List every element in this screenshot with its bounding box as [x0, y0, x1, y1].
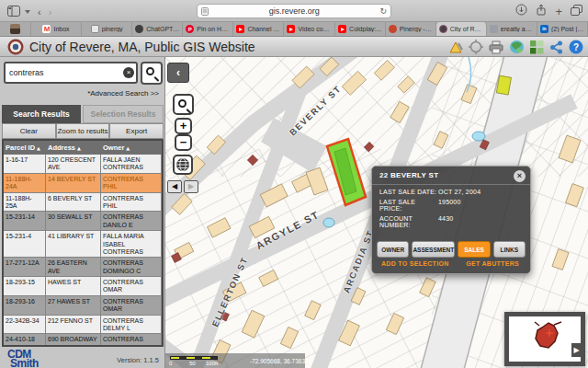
address-cell: 120 CRESCENT AVE [46, 155, 101, 173]
browser-tab[interactable]: in(2) Post | F... [537, 22, 588, 36]
zoom-in-button[interactable]: + [175, 118, 192, 134]
site-icon [201, 3, 209, 19]
tab-search-results[interactable]: Search Results [2, 105, 81, 123]
results-table-body: 1-16-17120 CRESCENT AVEFALLA JAEN CONTRE… [4, 155, 162, 347]
parcel-id-cell: 17-271-12A [4, 258, 46, 276]
results-table: Parcel ID▲ Address▲ Owner▲ 1-16-17120 CR… [2, 139, 164, 347]
search-button[interactable] [141, 62, 163, 85]
column-header-address[interactable]: Address▲ [46, 144, 101, 152]
popup-field-row: LAST SALE DATE:OCT 27, 2004 [379, 189, 525, 195]
field-value: 195000 [438, 199, 461, 212]
browser-tab[interactable]: City of Rev... [436, 22, 487, 36]
address-bar[interactable]: gis.revere.org ↻ [197, 4, 391, 18]
column-header-owner[interactable]: Owner▲ [101, 144, 162, 152]
address-cell: 41 LIBRARY ST [46, 231, 101, 257]
get-abutters-link[interactable]: GET ABUTTERS [466, 260, 519, 267]
legend-tool-icon[interactable] [530, 40, 544, 54]
browser-tab[interactable]: PPin on Hou... [183, 22, 233, 36]
zoom-to-results-button[interactable]: Zoom to results [56, 123, 110, 139]
result-row[interactable]: 15-231-441 LIBRARY STFALLA MARIA ISABEL … [4, 231, 162, 258]
popup-tab-assessment[interactable]: ASSESSMENT [412, 241, 455, 258]
owner-cell: FALLA MARIA ISABEL CONTRERAS [101, 231, 162, 257]
result-row[interactable]: 18-293-15HAWES STCONTRERAS OMAR [4, 277, 162, 296]
result-row[interactable]: 11-188H-24A14 BEVERLY STCONTRERAS PHIL [4, 174, 162, 193]
forward-button[interactable]: › [49, 6, 52, 18]
basemap-tool-icon[interactable] [509, 40, 525, 54]
address-cell: 27 HAWES ST [46, 296, 101, 315]
share-icon[interactable] [536, 3, 547, 19]
tab-overview-icon[interactable] [571, 3, 582, 19]
tab-selection-results[interactable]: Selection Results [83, 105, 164, 123]
collapse-panel-button[interactable]: ‹ [167, 63, 189, 83]
overview-map-shape [509, 316, 581, 362]
gis-header: City of Revere, MA, Public GIS Website ? [0, 37, 588, 57]
map-viewport[interactable]: BEVERLY ST ARGYLE ST ARCADIA ST ELLERTON… [165, 57, 588, 368]
result-row[interactable]: 1-16-17120 CRESCENT AVEFALLA JAEN CONTRE… [4, 155, 162, 174]
scale-bar-graphic [170, 356, 218, 360]
export-button[interactable]: Export [109, 123, 164, 139]
popup-tab-owner[interactable]: OWNER [377, 241, 409, 258]
sidebar-menu-caret-icon[interactable] [25, 10, 30, 14]
result-row[interactable]: 17-271-12A26 EASTERN AVECONTRERAS DOMING… [4, 258, 162, 277]
tab-title: erealty adv... [501, 26, 534, 32]
previous-extent-button[interactable]: ◀ [167, 180, 182, 193]
popup-close-icon[interactable]: × [514, 170, 526, 182]
zoom-out-button[interactable]: − [175, 134, 192, 151]
next-extent-button[interactable]: ▶ [184, 180, 198, 193]
add-to-selection-link[interactable]: ADD TO SELECTION [381, 260, 449, 267]
owner-cell: CONTRERAS OMAR [101, 277, 162, 295]
clear-button[interactable]: Clear [2, 123, 56, 139]
popup-tab-links[interactable]: LINKS [493, 241, 526, 258]
address-cell: 6 BEVERLY ST [46, 193, 101, 212]
help-tool-icon[interactable]: ? [569, 40, 583, 54]
result-row[interactable]: 18-293-1627 HAWES STCONTRERAS OMAR [4, 296, 162, 316]
address-cell: 212 FENNO ST [46, 316, 101, 334]
parcel-id-cell: 15-231-4 [4, 231, 46, 257]
chatgpt-favicon-icon [135, 25, 143, 33]
advanced-search-link[interactable]: *Advanced Search >> [87, 89, 159, 98]
browser-tab[interactable]: ChatGPT -... [132, 22, 183, 36]
reload-icon[interactable]: ↻ [379, 6, 387, 16]
downloads-icon[interactable] [515, 3, 527, 19]
tab-title: Pinergy - S... [400, 26, 433, 32]
field-value: OCT 27, 2004 [438, 189, 481, 195]
svg-text:?: ? [573, 42, 579, 52]
browser-tab[interactable]: Channel c... [233, 22, 284, 36]
browser-tab[interactable] [0, 22, 31, 36]
result-row[interactable]: 22-342B-34212 FENNO STCONTRERAS DELMY L [4, 316, 162, 335]
overview-map-inset[interactable]: ▶ [504, 312, 585, 366]
tab-title: Pin on Hou... [197, 26, 230, 32]
popup-tab-sales[interactable]: SALES [458, 241, 490, 258]
search-input[interactable] [4, 62, 138, 84]
result-row[interactable]: 11-188H-25A6 BEVERLY STCONTRERAS PHIL [4, 193, 162, 213]
browser-tab[interactable]: pinergy [82, 22, 132, 36]
inset-expand-icon[interactable]: ▶ [571, 343, 582, 357]
version-label: Version: 1.1.5 [117, 356, 159, 364]
print-tool-icon[interactable] [489, 40, 503, 54]
new-tab-icon[interactable]: + [555, 6, 562, 17]
scale-tick: 100ft [206, 361, 218, 366]
clear-search-icon[interactable]: × [123, 67, 134, 78]
browser-tab[interactable]: Coldplay:... [335, 22, 386, 36]
measure-tool-icon[interactable] [448, 40, 463, 54]
page-title: City of Revere, MA, Public GIS Website [29, 40, 255, 54]
column-header-parcel[interactable]: Parcel ID▲ [4, 144, 46, 152]
result-row[interactable]: 24-410-18690 BROADWAYCONTRERAS EDWIN A [4, 334, 162, 347]
scale-tick: 50 [189, 361, 196, 366]
browser-tab[interactable]: Video com... [284, 22, 334, 36]
browser-tab[interactable]: MInbox [31, 22, 82, 36]
youtube-favicon-icon [338, 25, 346, 33]
browser-tab[interactable]: Pinergy - S... [386, 22, 436, 36]
linkedin-favicon-icon: in [540, 25, 548, 33]
locate-tool-icon[interactable] [469, 40, 483, 54]
result-row[interactable]: 15-231-1430 SEWALL STCONTRERAS DANILO E [4, 212, 162, 231]
zoom-window-button[interactable] [173, 94, 194, 115]
parcel-id-cell: 18-293-16 [4, 296, 46, 315]
full-extent-button[interactable] [173, 155, 193, 175]
tab-bar: MInboxpinergyChatGPT -...PPin on Hou...C… [0, 22, 588, 37]
magnifier-icon [146, 67, 154, 75]
sidebar-toggle-icon[interactable] [7, 4, 20, 20]
share-map-tool-icon[interactable] [549, 40, 563, 54]
back-button[interactable]: ‹ [38, 6, 41, 18]
browser-tab[interactable]: erealty adv... [487, 22, 537, 36]
